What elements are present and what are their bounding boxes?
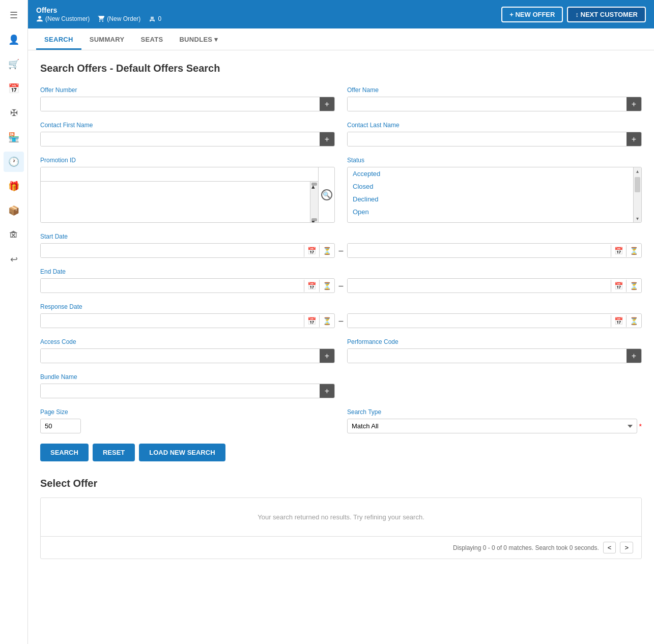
promotion-id-group: Promotion ID ▴ ▾ xyxy=(40,157,335,223)
pagination-prev-btn[interactable]: < xyxy=(603,542,616,553)
required-star: * xyxy=(639,422,642,430)
contact-first-name-input[interactable] xyxy=(41,132,320,146)
start-date-from-wrapper: 📅 ⏳ xyxy=(40,243,335,258)
bundle-name-label: Bundle Name xyxy=(40,373,335,380)
store-icon[interactable]: 🏪 xyxy=(4,127,24,148)
order-label: (New Order) xyxy=(107,15,140,22)
end-date-to-input[interactable] xyxy=(348,279,611,292)
promotion-textarea-wrap: ▴ ▾ xyxy=(41,182,318,222)
start-date-from-input[interactable] xyxy=(41,244,304,257)
scroll-thumb xyxy=(635,177,640,192)
user-icon[interactable]: 👤 xyxy=(4,30,24,50)
results-box: Your search returned no results. Try ref… xyxy=(40,497,642,559)
status-group: Status Accepted Closed Declined Open Par… xyxy=(347,157,642,223)
response-date-to-calendar-btn[interactable]: 📅 xyxy=(611,315,626,327)
calendar-icon[interactable]: 📅 xyxy=(4,78,24,99)
page-size-input[interactable]: 50 xyxy=(40,419,81,433)
bundle-name-input[interactable] xyxy=(41,384,320,398)
empty-col xyxy=(347,373,642,398)
package-icon[interactable]: 📦 xyxy=(4,200,24,221)
end-date-from-calendar-btn[interactable]: 📅 xyxy=(304,280,319,292)
status-option-declined[interactable]: Declined xyxy=(348,193,633,206)
status-option-closed[interactable]: Closed xyxy=(348,180,633,193)
pagination-next-btn[interactable]: > xyxy=(620,542,633,553)
access-code-input[interactable] xyxy=(41,349,320,363)
response-date-to-time-btn[interactable]: ⏳ xyxy=(626,315,641,327)
start-date-to-calendar-btn[interactable]: 📅 xyxy=(611,245,626,257)
end-date-to-time-btn[interactable]: ⏳ xyxy=(626,280,641,292)
clock-icon[interactable]: 🕐 xyxy=(4,152,24,172)
status-option-partially-accepted[interactable]: Partially Accepted xyxy=(348,218,633,222)
offer-name-plus-btn[interactable]: + xyxy=(627,97,641,111)
response-date-range: 📅 ⏳ – 📅 ⏳ xyxy=(40,313,642,328)
contact-first-name-plus-btn[interactable]: + xyxy=(320,132,334,146)
bundle-name-group: Bundle Name + xyxy=(40,373,335,398)
status-listbox[interactable]: Accepted Closed Declined Open Partially … xyxy=(348,167,633,222)
promotion-id-textarea[interactable] xyxy=(41,182,310,222)
status-option-accepted[interactable]: Accepted xyxy=(348,167,633,180)
performance-code-group: Performance Code + xyxy=(347,338,642,363)
contact-last-name-plus-btn[interactable]: + xyxy=(627,132,641,146)
cart-icon[interactable]: 🛒 xyxy=(4,54,24,74)
end-date-from-input[interactable] xyxy=(41,279,304,292)
response-date-from-input[interactable] xyxy=(41,314,304,328)
start-date-to-input[interactable] xyxy=(348,244,611,257)
customer-info: (New Customer) xyxy=(36,15,90,22)
reset-button[interactable]: RESET xyxy=(93,444,135,461)
end-date-from-time-btn[interactable]: ⏳ xyxy=(319,280,334,292)
offer-name-input-wrapper: + xyxy=(347,97,642,111)
next-customer-button[interactable]: ↕ NEXT CUSTOMER xyxy=(567,7,646,22)
bottom-form-row: Page Size 50 Search Type Match All Match… xyxy=(40,408,642,433)
load-new-search-button[interactable]: LOAD NEW SEARCH xyxy=(139,444,225,461)
performance-code-plus-btn[interactable]: + xyxy=(627,349,641,363)
contact-last-name-label: Contact Last Name xyxy=(347,122,642,129)
start-date-label: Start Date xyxy=(40,233,642,240)
bundle-name-input-wrapper: + xyxy=(40,384,335,398)
start-date-to-time-btn[interactable]: ⏳ xyxy=(626,245,641,257)
page-size-label: Page Size xyxy=(40,408,335,416)
end-date-to-wrapper: 📅 ⏳ xyxy=(347,278,642,293)
bank-icon[interactable]: 🏚 xyxy=(4,225,24,245)
end-date-group: End Date 📅 ⏳ – 📅 ⏳ xyxy=(40,268,642,293)
scroll-top-arrow: ▴ xyxy=(634,167,641,175)
new-offer-button[interactable]: + NEW OFFER xyxy=(501,7,563,22)
offer-number-group: Offer Number + xyxy=(40,86,335,111)
status-listbox-container: Accepted Closed Declined Open Partially … xyxy=(347,167,642,223)
promotion-id-input[interactable] xyxy=(41,167,318,182)
tab-search[interactable]: SEARCH xyxy=(36,28,81,50)
start-date-from-calendar-btn[interactable]: 📅 xyxy=(304,245,319,257)
search-type-select[interactable]: Match All Match Any xyxy=(347,419,637,433)
logout-icon[interactable]: ↩ xyxy=(4,249,24,270)
tab-bundles[interactable]: BUNDLES xyxy=(171,28,226,50)
topbar-left: Offers (New Customer) (New Order) 0 xyxy=(36,6,161,22)
promotion-search-btn[interactable]: 🔍 xyxy=(321,189,332,200)
status-option-open[interactable]: Open xyxy=(348,206,633,218)
menu-icon[interactable]: ☰ xyxy=(4,5,24,25)
offer-number-plus-btn[interactable]: + xyxy=(320,97,334,111)
tab-summary[interactable]: SUMMARY xyxy=(81,28,133,50)
offer-number-input[interactable] xyxy=(41,97,320,111)
search-button[interactable]: SEARCH xyxy=(40,444,89,461)
contact-first-name-input-wrapper: + xyxy=(40,132,335,147)
offer-name-input[interactable] xyxy=(348,97,627,111)
end-date-from-wrapper: 📅 ⏳ xyxy=(40,278,335,293)
contact-last-name-input[interactable] xyxy=(348,132,627,146)
response-date-to-input[interactable] xyxy=(348,314,611,328)
access-code-plus-btn[interactable]: + xyxy=(320,349,334,363)
products-icon[interactable]: ✠ xyxy=(4,103,24,123)
start-date-from-time-btn[interactable]: ⏳ xyxy=(319,245,334,257)
response-date-from-calendar-btn[interactable]: 📅 xyxy=(304,315,319,327)
gift-icon[interactable]: 🎁 xyxy=(4,176,24,196)
order-icon xyxy=(98,15,105,22)
bundle-name-plus-btn[interactable]: + xyxy=(320,384,334,398)
promotion-id-right: 🔍 xyxy=(318,167,334,222)
performance-code-label: Performance Code xyxy=(347,338,642,345)
offer-name-label: Offer Name xyxy=(347,86,642,94)
end-date-to-calendar-btn[interactable]: 📅 xyxy=(611,280,626,292)
date-separator-1: – xyxy=(339,246,344,255)
performance-code-input[interactable] xyxy=(348,349,627,363)
search-type-group: Search Type Match All Match Any * xyxy=(347,408,642,433)
topbar: Offers (New Customer) (New Order) 0 + NE… xyxy=(28,0,654,28)
response-date-from-time-btn[interactable]: ⏳ xyxy=(319,315,334,327)
tab-seats[interactable]: SEATS xyxy=(133,28,172,50)
